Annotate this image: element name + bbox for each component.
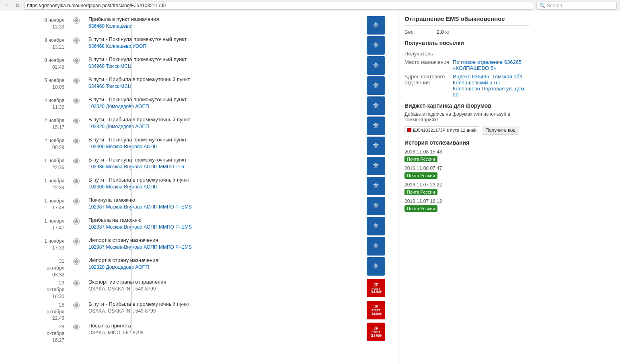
event-location-link[interactable]: 102987 Москва-Внуково АОПП ММПО Рi-EMS — [88, 224, 192, 230]
timeline-item: 29 октября16:30Экспорт из страны отправл… — [40, 278, 390, 300]
ru-post-icon: ⚜ — [367, 16, 385, 35]
timeline-dot-area — [68, 278, 84, 286]
widget-tracking-badge: EJ541032117JP в пути 12 дней — [404, 126, 479, 134]
svg-text:⚜: ⚜ — [372, 20, 380, 29]
event-title: В пути - Покинула промежуточный пункт — [88, 36, 362, 42]
svg-text:⚜: ⚜ — [372, 201, 380, 210]
svg-text:⚜: ⚜ — [372, 61, 380, 70]
history-item: 2016.11.08 07:47Почта России — [404, 166, 529, 179]
ru-post-icon: ⚜ — [367, 117, 385, 135]
pochta-badge: Почта России — [404, 172, 437, 179]
destination-row: Место назначения Почтовое отделение 6362… — [404, 59, 529, 71]
ru-post-icon: ⚜ — [367, 56, 385, 75]
get-code-button[interactable]: Получить код — [482, 126, 519, 135]
timeline-dot — [74, 78, 79, 84]
event-content: В пути - Покинула промежуточный пункт634… — [84, 55, 362, 73]
event-location-link[interactable]: 102300 Москва-Внуково АОПП — [88, 144, 158, 149]
event-location-link[interactable]: 102986 Москва-Внуково АОПП ММПО Рi-6 — [88, 164, 184, 170]
event-content: В пути - Прибыла в промежуточный пункт10… — [84, 116, 362, 133]
event-location-link[interactable]: 636460 Колпашево — [88, 23, 131, 29]
timeline-item: 8 ноября13:21В пути - Покинула промежуто… — [40, 35, 390, 55]
history-list: 2016.11.08 15:48Почта России2016.11.08 0… — [404, 149, 529, 212]
svg-text:⚜: ⚜ — [372, 101, 380, 110]
event-date: 4 ноября11:32 — [40, 96, 68, 111]
timeline-dot-area — [68, 236, 84, 244]
timeline-dot-area — [68, 176, 84, 184]
event-icon: ⚜ — [366, 136, 386, 156]
event-date: 1 ноября17:47 — [40, 216, 68, 231]
event-content: В пути - Покинула промежуточный пункт102… — [84, 136, 362, 153]
event-icon: ⚜ — [366, 55, 386, 76]
page-container: 8 ноября13:39Прибыла в пункт назначения6… — [0, 11, 620, 364]
timeline-dot — [74, 259, 79, 264]
timeline-dot-area — [68, 35, 84, 43]
event-content: Покинула таможню102987 Москва-Внуково АО… — [84, 196, 362, 214]
widget-section: Виджет-картинка для форумов Добавь в под… — [404, 102, 529, 135]
event-title: В пути - Покинула промежуточный пункт — [88, 96, 362, 102]
event-location-link[interactable]: 102987 Москва-Внуково АОПП ММПО Рi-EMS — [88, 204, 192, 210]
timeline-item: 1 ноября17:33Импорт в страну назначения1… — [40, 236, 390, 256]
event-title: Посылка принята — [88, 323, 362, 329]
timeline-item: 1 ноября17:47Прибыла на таможню102987 Мо… — [40, 216, 390, 236]
event-date: 1 ноября17:48 — [40, 196, 68, 211]
event-location-link[interactable]: 102320 Домодедово АОПП — [88, 104, 149, 109]
jp-post-icon: JP POST 日本郵便 — [367, 279, 385, 297]
history-datetime: 2016.11.08 15:48 — [404, 149, 529, 155]
event-content: Прибыла на таможню102987 Москва-Внуково … — [84, 216, 362, 234]
event-content: Импорт в страну назначения102987 Москва-… — [84, 236, 362, 254]
url-bar[interactable]: https://gdeposylka.ru/courier/japan-post… — [24, 2, 533, 10]
timeline-item: 1 ноября22:36В пути - Покинула промежуто… — [40, 156, 390, 176]
event-title: Импорт в страну назначения — [88, 257, 362, 263]
event-title: Прибыла в пункт назначения — [88, 16, 362, 22]
event-content: Посылка принятаOSAKA, MINO, 562-8799 — [84, 322, 362, 339]
event-location-link[interactable]: 636468 Колпашево УООП — [88, 43, 146, 49]
event-title: В пути - Покинула промежуточный пункт — [88, 56, 362, 62]
search-placeholder: Search — [547, 3, 562, 8]
event-location-link[interactable]: 102320 Домодедово АОПП — [88, 124, 149, 129]
timeline-item: 28 октября16:27Посылка принятаOSAKA, MIN… — [40, 322, 390, 344]
refresh-icon[interactable]: ↻ — [14, 2, 21, 9]
timeline-dot-area — [68, 156, 84, 164]
svg-text:⚜: ⚜ — [372, 41, 380, 49]
event-icon: ⚜ — [366, 116, 386, 136]
ru-post-icon: ⚜ — [367, 137, 385, 155]
event-date: 1 ноября22:36 — [40, 156, 68, 171]
event-location-link[interactable]: 102300 Москва-Внуково АОПП — [88, 184, 158, 190]
event-icon: ⚜ — [366, 76, 386, 96]
timeline-dot-area — [68, 322, 84, 330]
ru-post-icon: ⚜ — [367, 177, 385, 195]
event-icon: ⚜ — [366, 196, 386, 216]
timeline-dot-area — [68, 196, 84, 204]
event-location-link[interactable]: 634960 Томск МСЦ — [88, 84, 131, 89]
address-value[interactable]: Индекс 636465, Томская обл. Колпашевский… — [453, 74, 529, 98]
svg-text:⚜: ⚜ — [372, 221, 380, 230]
timeline-dot — [74, 58, 79, 63]
widget-desc: Добавь в подпись на форумах или использу… — [404, 111, 529, 123]
home-icon[interactable]: ⌂ — [3, 2, 10, 9]
event-icon: ⚜ — [366, 15, 386, 35]
event-location-link[interactable]: 102320 Домодедово АОПП — [88, 264, 149, 270]
event-title: В пути - Прибыла в промежуточный пункт — [88, 177, 362, 183]
event-date: 2 ноября00:29 — [40, 136, 68, 151]
destination-value[interactable]: Почтовое отделение 636265 «КОЛПАШЕВО 5» — [453, 59, 529, 71]
event-content: В пути - Покинула промежуточный пункт102… — [84, 96, 362, 113]
event-date: 28 октября22:46 — [40, 300, 68, 322]
event-content: В пути - Прибыла в промежуточный пункт10… — [84, 176, 362, 194]
search-bar[interactable]: 🔍 Search — [536, 2, 617, 10]
timeline-item: 5 ноября10:06В пути - Прибыла в промежут… — [40, 76, 390, 96]
pochta-badge: Почта России — [404, 189, 437, 195]
timeline-dot-area — [68, 256, 84, 264]
event-location-link[interactable]: 634960 Томск МСЦ — [88, 63, 131, 69]
timeline-dot — [74, 239, 79, 244]
timeline-item: 1 ноября22:34В пути - Прибыла в промежут… — [40, 176, 390, 196]
svg-text:⚜: ⚜ — [372, 161, 380, 170]
svg-text:⚜: ⚜ — [372, 241, 380, 250]
widget-tracking-text: EJ541032117JP в пути 12 дней — [413, 128, 476, 133]
svg-text:⚜: ⚜ — [372, 81, 380, 90]
timeline-dot — [74, 98, 79, 104]
pochta-badge: Почта России — [404, 205, 437, 212]
svg-text:⚜: ⚜ — [372, 141, 380, 150]
event-content: Импорт в страну назначения102320 Домодед… — [84, 256, 362, 274]
address-label: Адрес почтового отделения — [404, 74, 453, 98]
event-location-link[interactable]: 102987 Москва-Внуково АОПП ММПО Рi-EMS — [88, 244, 192, 250]
